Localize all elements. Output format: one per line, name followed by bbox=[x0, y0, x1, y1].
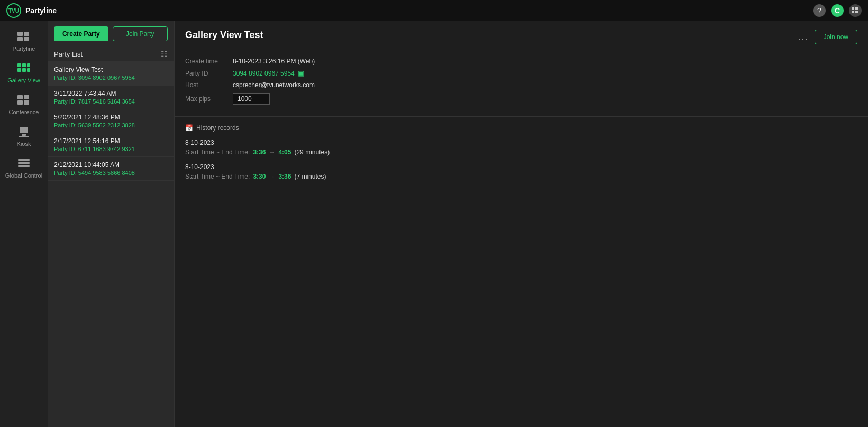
svg-rect-0 bbox=[852, 7, 854, 10]
svg-rect-1 bbox=[855, 7, 858, 10]
start-time: 3:30 bbox=[253, 173, 266, 180]
sidebar-label-partyline: Partyline bbox=[13, 45, 35, 52]
start-time: 3:36 bbox=[253, 148, 266, 156]
party-item-name: Gallery View Test bbox=[54, 66, 168, 73]
party-list-title: Party List ☷ bbox=[48, 47, 174, 62]
copy-icon[interactable]: ▣ bbox=[298, 69, 304, 77]
user-avatar[interactable]: C bbox=[831, 4, 844, 17]
party-panel-header: Create Party Join Party bbox=[48, 21, 174, 47]
party-panel: Create Party Join Party Party List ☷ Gal… bbox=[48, 21, 175, 427]
history-times: Start Time ~ End Time: 3:30 → 3:36 (7 mi… bbox=[185, 173, 857, 180]
sidebar-item-partyline[interactable]: Partyline bbox=[0, 25, 48, 57]
main-layout: Partyline Gallery View bbox=[0, 21, 868, 427]
topbar-right: ? C bbox=[813, 4, 862, 17]
topbar-left: TVU Partyline bbox=[6, 3, 57, 18]
party-item[interactable]: 2/17/2021 12:54:16 PM Party ID: 6711 168… bbox=[48, 133, 174, 157]
party-item-id: Party ID: 5494 9583 5866 8408 bbox=[54, 170, 168, 176]
svg-rect-5 bbox=[24, 32, 29, 36]
history-calendar-icon: 📅 bbox=[185, 124, 193, 132]
detail-section: Create time 8-10-2023 3:26:16 PM (Web) P… bbox=[175, 50, 868, 117]
svg-rect-18 bbox=[20, 127, 28, 133]
history-date: 8-10-2023 bbox=[185, 163, 857, 171]
apps-grid-icon[interactable] bbox=[849, 4, 862, 17]
sidebar: Partyline Gallery View bbox=[0, 21, 48, 427]
party-id-label: Party ID bbox=[185, 70, 233, 77]
host-label: Host bbox=[185, 81, 233, 89]
party-item-name: 5/20/2021 12:48:36 PM bbox=[54, 114, 168, 121]
join-now-button[interactable]: Join now bbox=[815, 30, 857, 44]
global-control-icon bbox=[15, 157, 32, 170]
svg-rect-23 bbox=[18, 165, 30, 167]
svg-rect-19 bbox=[22, 134, 26, 136]
sidebar-item-conference[interactable]: Conference bbox=[0, 89, 48, 120]
sidebar-label-global-control: Global Control bbox=[5, 172, 42, 179]
topbar: TVU Partyline ? C bbox=[0, 0, 868, 21]
svg-rect-13 bbox=[27, 68, 30, 72]
gallery-view-icon bbox=[15, 62, 32, 75]
start-end-label: Start Time ~ End Time: bbox=[185, 173, 250, 180]
party-item-name: 2/12/2021 10:44:05 AM bbox=[54, 161, 168, 169]
history-times: Start Time ~ End Time: 3:36 → 4:05 (29 m… bbox=[185, 148, 857, 156]
svg-rect-12 bbox=[22, 68, 26, 72]
create-time-label: Create time bbox=[185, 58, 233, 65]
svg-rect-8 bbox=[17, 63, 21, 67]
party-item-id: Party ID: 7817 5416 5164 3654 bbox=[54, 98, 168, 105]
svg-rect-7 bbox=[24, 37, 29, 41]
party-item-name: 2/17/2021 12:54:16 PM bbox=[54, 137, 168, 145]
kiosk-icon bbox=[15, 126, 32, 138]
create-time-value: 8-10-2023 3:26:16 PM (Web) bbox=[233, 58, 315, 65]
sidebar-label-gallery-view: Gallery View bbox=[7, 77, 40, 83]
page-title: Gallery View Test bbox=[185, 30, 263, 41]
history-section: 📅 History records 8-10-2023 Start Time ~… bbox=[175, 117, 868, 195]
svg-rect-14 bbox=[17, 95, 23, 99]
history-record: 8-10-2023 Start Time ~ End Time: 3:30 → … bbox=[185, 163, 857, 180]
host-value: csprecher@tvunetworks.com bbox=[233, 81, 315, 89]
party-item[interactable]: 5/20/2021 12:48:36 PM Party ID: 5639 556… bbox=[48, 109, 174, 133]
partyline-icon bbox=[15, 31, 32, 43]
party-item-id: Party ID: 3094 8902 0967 5954 bbox=[54, 75, 168, 81]
conference-icon bbox=[15, 94, 32, 107]
help-icon[interactable]: ? bbox=[813, 4, 826, 17]
svg-rect-11 bbox=[17, 68, 21, 72]
more-options-button[interactable]: ... bbox=[798, 32, 809, 43]
app-logo: TVU bbox=[6, 3, 21, 18]
max-pips-input[interactable] bbox=[233, 93, 270, 105]
svg-rect-17 bbox=[24, 100, 29, 105]
party-list: Gallery View Test Party ID: 3094 8902 09… bbox=[48, 62, 174, 427]
svg-rect-4 bbox=[17, 32, 23, 36]
history-date: 8-10-2023 bbox=[185, 139, 857, 146]
svg-rect-16 bbox=[17, 100, 23, 105]
svg-rect-20 bbox=[19, 136, 29, 137]
party-id-value: 3094 8902 0967 5954 bbox=[233, 70, 295, 77]
sidebar-label-kiosk: Kiosk bbox=[17, 141, 31, 147]
start-end-label: Start Time ~ End Time: bbox=[185, 148, 250, 156]
sidebar-item-global-control[interactable]: Global Control bbox=[0, 152, 48, 184]
party-item[interactable]: Gallery View Test Party ID: 3094 8902 09… bbox=[48, 62, 174, 86]
content-header: Gallery View Test ... Join now bbox=[175, 21, 868, 50]
svg-rect-15 bbox=[24, 95, 29, 99]
svg-rect-6 bbox=[17, 37, 23, 41]
max-pips-row: Max pips bbox=[185, 93, 857, 105]
main-content: Gallery View Test ... Join now Create ti… bbox=[175, 21, 868, 427]
svg-rect-3 bbox=[855, 11, 858, 13]
join-party-button[interactable]: Join Party bbox=[113, 26, 168, 41]
end-time: 3:36 bbox=[278, 173, 291, 180]
svg-rect-2 bbox=[852, 11, 854, 13]
sidebar-label-conference: Conference bbox=[9, 109, 39, 115]
duration: (7 minutes) bbox=[294, 173, 326, 180]
app-title: Partyline bbox=[25, 6, 57, 15]
end-time: 4:05 bbox=[278, 148, 291, 156]
header-actions: ... Join now bbox=[798, 30, 857, 44]
party-id-row: Party ID 3094 8902 0967 5954 ▣ bbox=[185, 69, 857, 77]
arrow-icon: → bbox=[269, 173, 275, 180]
party-list-grid-icon[interactable]: ☷ bbox=[161, 50, 168, 58]
history-title: 📅 History records bbox=[185, 124, 857, 132]
create-party-button[interactable]: Create Party bbox=[54, 26, 108, 41]
max-pips-label: Max pips bbox=[185, 95, 233, 103]
svg-rect-24 bbox=[18, 169, 30, 169]
arrow-icon: → bbox=[269, 148, 275, 156]
party-item[interactable]: 2/12/2021 10:44:05 AM Party ID: 5494 958… bbox=[48, 157, 174, 181]
sidebar-item-kiosk[interactable]: Kiosk bbox=[0, 120, 48, 152]
sidebar-item-gallery-view[interactable]: Gallery View bbox=[0, 57, 48, 89]
party-item[interactable]: 3/11/2022 7:43:44 AM Party ID: 7817 5416… bbox=[48, 86, 174, 109]
